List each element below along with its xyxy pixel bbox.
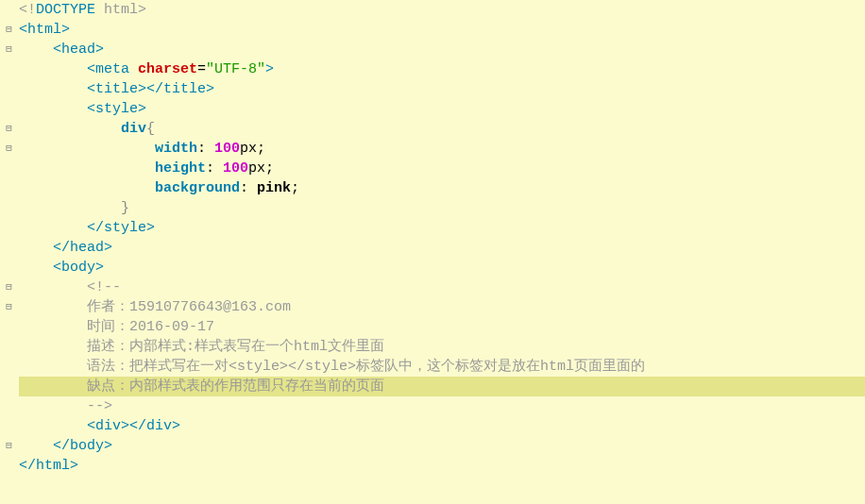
code-line[interactable]: <body> [19, 258, 865, 277]
fold-marker[interactable]: ⊟ [4, 44, 14, 55]
code-line[interactable]: <html> [19, 20, 865, 40]
code-line[interactable]: <!DOCTYPE html> [19, 0, 865, 20]
fold-marker[interactable]: ⊟ [4, 282, 14, 293]
code-editor: ⊟ ⊟ ⊟ ⊟ ⊟ ⊟ ⊟ <!DOCTYPE html> <html> <he… [0, 0, 865, 476]
code-line-highlighted[interactable]: 缺点：内部样式表的作用范围只存在当前的页面 [19, 377, 865, 396]
code-line[interactable]: width: 100px; [19, 139, 865, 159]
code-line[interactable]: background: pink; [19, 178, 865, 198]
code-line[interactable]: <title></title> [19, 79, 865, 99]
code-line[interactable]: </style> [19, 218, 865, 238]
code-line[interactable]: 作者：15910776643@163.com [19, 297, 865, 317]
code-line[interactable]: 描述：内部样式:样式表写在一个html文件里面 [19, 337, 865, 357]
code-line[interactable]: </head> [19, 238, 865, 258]
code-line[interactable]: div{ [19, 119, 865, 139]
code-line[interactable]: <style> [19, 99, 865, 119]
code-line[interactable]: <!-- [19, 277, 865, 297]
code-line[interactable]: 语法：把样式写在一对<style></style>标签队中，这个标签对是放在ht… [19, 357, 865, 377]
fold-marker[interactable]: ⊟ [4, 143, 14, 154]
fold-marker[interactable]: ⊟ [4, 302, 14, 312]
code-line[interactable]: <div></div> [19, 416, 865, 436]
code-line[interactable]: --> [19, 396, 865, 416]
code-line[interactable]: <meta charset="UTF-8"> [19, 59, 865, 79]
code-line[interactable]: height: 100px; [19, 159, 865, 178]
code-line[interactable]: 时间：2016-09-17 [19, 317, 865, 337]
code-line[interactable]: </html> [19, 456, 865, 476]
code-line[interactable]: </body> [19, 436, 865, 456]
code-line[interactable]: <head> [19, 40, 865, 59]
fold-gutter: ⊟ ⊟ ⊟ ⊟ ⊟ ⊟ ⊟ [0, 0, 19, 476]
fold-marker[interactable]: ⊟ [4, 441, 14, 451]
code-line[interactable]: } [19, 198, 865, 218]
fold-marker[interactable]: ⊟ [4, 124, 14, 134]
fold-marker[interactable]: ⊟ [4, 25, 14, 35]
